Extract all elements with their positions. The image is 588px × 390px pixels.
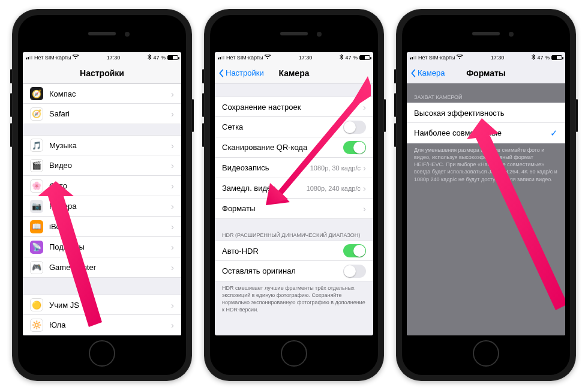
back-label: Настройки	[226, 68, 264, 77]
ibooks-icon: 📖	[30, 220, 43, 233]
settings-row[interactable]: Видеозапись1080p, 30 кадр/с›	[215, 158, 373, 178]
chevron-right-icon: ›	[363, 163, 366, 172]
settings-row-учим-js[interactable]: 🟡Учим JS›	[23, 295, 181, 315]
carrier-label: Нет SIM-карты	[226, 55, 263, 61]
settings-row-подкасты[interactable]: 📡Подкасты›	[23, 237, 181, 257]
settings-row[interactable]: Сетка	[215, 117, 373, 137]
chevron-right-icon: ›	[171, 222, 174, 231]
settings-row-фото[interactable]: 🌸Фото›	[23, 176, 181, 196]
chevron-right-icon: ›	[363, 204, 366, 213]
app-icon: 🔆	[30, 319, 43, 332]
signal-icon	[26, 56, 32, 59]
gamecenter-icon: 🎮	[30, 261, 43, 274]
row-label: Подкасты	[49, 242, 171, 251]
section-header-capture: ЗАХВАТ КАМЕРОЙ	[407, 92, 565, 103]
podcasts-icon: 📡	[30, 241, 43, 254]
chevron-right-icon: ›	[171, 242, 174, 251]
row-label: Game Center	[49, 263, 171, 272]
settings-row[interactable]: Форматы›	[215, 199, 373, 219]
toggle-switch[interactable]	[343, 121, 366, 134]
chevron-right-icon: ›	[171, 161, 174, 170]
chevron-right-icon: ›	[171, 89, 174, 98]
row-label: Музыка	[49, 141, 171, 150]
home-button[interactable]	[281, 340, 307, 367]
clock: 17:30	[299, 55, 313, 61]
bluetooth-icon	[532, 54, 535, 61]
compass-icon: 🧭	[30, 87, 43, 100]
settings-row[interactable]: Сканирование QR-кода	[215, 137, 373, 158]
row-label: Юла	[49, 320, 171, 329]
wifi-icon	[265, 55, 271, 61]
back-label: Камера	[418, 68, 445, 77]
safari-icon: 🧭	[30, 107, 43, 121]
back-button[interactable]: Настройки	[218, 68, 264, 77]
row-label: Сетка	[222, 122, 343, 131]
row-label: Форматы	[222, 204, 363, 213]
chevron-right-icon: ›	[171, 109, 174, 118]
clock: 17:30	[491, 55, 505, 61]
wifi-icon	[73, 55, 79, 61]
phone-mockup-settings: Нет SIM-карты 17:30 47 % Настройки	[12, 9, 192, 381]
settings-row-game-center[interactable]: 🎮Game Center›	[23, 257, 181, 278]
row-label: Сохранение настроек	[222, 103, 363, 112]
settings-row-юла[interactable]: 🔆Юла›	[23, 315, 181, 335]
row-label: Наиболее совместимые	[414, 128, 550, 137]
row-label: Высокая эффективность	[414, 109, 558, 118]
app-icon: 🟡	[30, 298, 43, 311]
settings-row-видео[interactable]: 🎬Видео›	[23, 155, 181, 176]
chevron-right-icon: ›	[363, 103, 366, 112]
screen-settings: Нет SIM-карты 17:30 47 % Настройки	[23, 52, 181, 335]
settings-list[interactable]: 🧭Компас›🧭Safari› 🎵Музыка›🎬Видео›🌸Фото›📷К…	[23, 83, 181, 335]
clock: 17:30	[107, 55, 121, 61]
section-footer-capture: Для уменьшения размера файлов снимайте ф…	[407, 143, 565, 186]
section-header-hdr: HDR (РАСШИРЕННЫЙ ДИНАМИЧЕСКИЙ ДИАПАЗОН)	[215, 230, 373, 241]
battery-icon	[359, 55, 370, 60]
chevron-right-icon: ›	[171, 202, 174, 211]
music-icon: 🎵	[30, 139, 43, 152]
signal-icon	[410, 56, 416, 59]
battery-pct: 47 %	[345, 55, 358, 61]
row-label: Камера	[49, 202, 171, 211]
settings-row[interactable]: Замедл. видео1080p, 240 кадр/с›	[215, 178, 373, 199]
format-option[interactable]: Высокая эффективность	[407, 103, 565, 123]
section-footer-hdr: HDR смешивает лучшие фрагменты трёх отде…	[215, 281, 373, 317]
toggle-switch[interactable]	[343, 244, 366, 257]
status-bar: Нет SIM-карты 17:30 47 %	[407, 52, 565, 63]
row-label: Сканирование QR-кода	[222, 143, 343, 152]
toggle-switch[interactable]	[343, 141, 366, 154]
page-title: Камера	[279, 68, 310, 78]
photos-icon: 🌸	[30, 179, 43, 193]
settings-row[interactable]: Сохранение настроек›	[215, 97, 373, 117]
page-title: Форматы	[466, 68, 506, 78]
battery-pct: 47 %	[153, 55, 166, 61]
home-button[interactable]	[89, 340, 115, 367]
settings-row[interactable]: Оставлять оригинал	[215, 261, 373, 281]
row-label: Safari	[49, 109, 171, 118]
row-label: Оставлять оригинал	[222, 266, 343, 275]
settings-row-компас[interactable]: 🧭Компас›	[23, 83, 181, 104]
nav-bar: Камера Форматы	[407, 63, 565, 83]
page-title: Настройки	[80, 68, 124, 78]
battery-icon	[551, 55, 562, 60]
formats-list[interactable]: ЗАХВАТ КАМЕРОЙ Высокая эффективностьНаиб…	[407, 83, 565, 335]
settings-row-камера[interactable]: 📷Камера›	[23, 196, 181, 217]
camera-icon: 📷	[30, 200, 43, 213]
row-label: Видео	[49, 161, 171, 170]
carrier-label: Нет SIM-карты	[418, 55, 455, 61]
bluetooth-icon	[340, 54, 343, 61]
bluetooth-icon	[148, 54, 151, 61]
settings-row[interactable]: Авто-HDR	[215, 241, 373, 261]
chevron-right-icon: ›	[171, 141, 174, 150]
settings-row-музыка[interactable]: 🎵Музыка›	[23, 135, 181, 155]
format-option[interactable]: Наиболее совместимые✓	[407, 123, 565, 143]
home-button[interactable]	[473, 340, 499, 367]
wifi-icon	[457, 55, 463, 61]
chevron-right-icon: ›	[171, 320, 174, 329]
toggle-switch[interactable]	[343, 265, 366, 278]
row-label: Авто-HDR	[222, 247, 343, 256]
settings-row-ibooks[interactable]: 📖iBooks›	[23, 217, 181, 237]
settings-row-safari[interactable]: 🧭Safari›	[23, 104, 181, 124]
camera-settings-list[interactable]: Сохранение настроек›СеткаСканирование QR…	[215, 83, 373, 335]
row-label: Учим JS	[49, 301, 171, 310]
back-button[interactable]: Камера	[410, 68, 445, 77]
